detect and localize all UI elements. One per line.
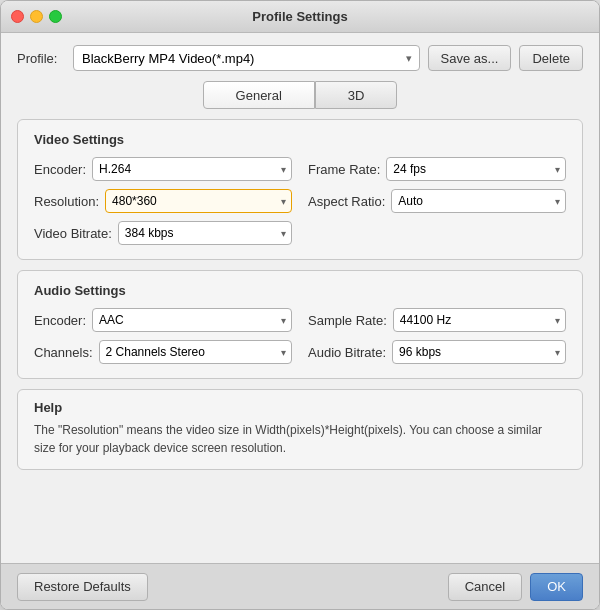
profile-select[interactable]: BlackBerry MP4 Video(*.mp4) iPhone MP4 V… — [73, 45, 420, 71]
channels-label: Channels: — [34, 345, 93, 360]
channels-field-row: Channels: 2 Channels Stereo 1 Channel Mo… — [34, 340, 292, 364]
profile-row: Profile: BlackBerry MP4 Video(*.mp4) iPh… — [17, 45, 583, 71]
frame-rate-select[interactable]: 24 fps 25 fps 30 fps 60 fps — [386, 157, 566, 181]
sample-rate-label: Sample Rate: — [308, 313, 387, 328]
sample-rate-select-wrapper: 44100 Hz 48000 Hz 22050 Hz — [393, 308, 566, 332]
channels-select[interactable]: 2 Channels Stereo 1 Channel Mono 5.1 Sur… — [99, 340, 292, 364]
audio-settings-section: Audio Settings Encoder: AAC MP3 OGG — [17, 270, 583, 379]
help-title: Help — [34, 400, 566, 415]
resolution-select-wrapper: 480*360 640*480 1280*720 1920*1080 — [105, 189, 292, 213]
maximize-button[interactable] — [49, 10, 62, 23]
video-fields-grid: Encoder: H.264 H.265 MPEG-4 Frame Rate: — [34, 157, 566, 245]
audio-bitrate-select[interactable]: 96 kbps 128 kbps 192 kbps — [392, 340, 566, 364]
encoder-label: Encoder: — [34, 162, 86, 177]
video-settings-title: Video Settings — [34, 132, 566, 147]
profile-settings-window: Profile Settings Profile: BlackBerry MP4… — [0, 0, 600, 610]
ok-button[interactable]: OK — [530, 573, 583, 601]
footer: Restore Defaults Cancel OK — [1, 563, 599, 609]
profile-select-wrapper: BlackBerry MP4 Video(*.mp4) iPhone MP4 V… — [73, 45, 420, 71]
encoder-field-row: Encoder: H.264 H.265 MPEG-4 — [34, 157, 292, 181]
aspect-ratio-field-row: Aspect Ratio: Auto 4:3 16:9 1:1 — [308, 189, 566, 213]
video-bitrate-select-wrapper: 384 kbps 512 kbps 768 kbps 1024 kbps — [118, 221, 292, 245]
video-settings-section: Video Settings Encoder: H.264 H.265 MPEG… — [17, 119, 583, 260]
audio-encoder-label: Encoder: — [34, 313, 86, 328]
restore-defaults-button[interactable]: Restore Defaults — [17, 573, 148, 601]
audio-encoder-select-wrapper: AAC MP3 OGG — [92, 308, 292, 332]
audio-encoder-field-row: Encoder: AAC MP3 OGG — [34, 308, 292, 332]
frame-rate-label: Frame Rate: — [308, 162, 380, 177]
encoder-select[interactable]: H.264 H.265 MPEG-4 — [92, 157, 292, 181]
aspect-ratio-select[interactable]: Auto 4:3 16:9 1:1 — [391, 189, 566, 213]
frame-rate-field-row: Frame Rate: 24 fps 25 fps 30 fps 60 fps — [308, 157, 566, 181]
frame-rate-select-wrapper: 24 fps 25 fps 30 fps 60 fps — [386, 157, 566, 181]
tab-general[interactable]: General — [203, 81, 315, 109]
channels-select-wrapper: 2 Channels Stereo 1 Channel Mono 5.1 Sur… — [99, 340, 292, 364]
audio-bitrate-field-row: Audio Bitrate: 96 kbps 128 kbps 192 kbps — [308, 340, 566, 364]
profile-label: Profile: — [17, 51, 65, 66]
resolution-field-row: Resolution: 480*360 640*480 1280*720 192… — [34, 189, 292, 213]
delete-button[interactable]: Delete — [519, 45, 583, 71]
audio-settings-title: Audio Settings — [34, 283, 566, 298]
video-bitrate-field-row: Video Bitrate: 384 kbps 512 kbps 768 kbp… — [34, 221, 292, 245]
help-text: The "Resolution" means the video size in… — [34, 421, 566, 457]
window-title: Profile Settings — [252, 9, 347, 24]
audio-fields-grid: Encoder: AAC MP3 OGG Sample Rate: — [34, 308, 566, 364]
main-content: Profile: BlackBerry MP4 Video(*.mp4) iPh… — [1, 33, 599, 563]
sample-rate-field-row: Sample Rate: 44100 Hz 48000 Hz 22050 Hz — [308, 308, 566, 332]
encoder-select-wrapper: H.264 H.265 MPEG-4 — [92, 157, 292, 181]
resolution-select[interactable]: 480*360 640*480 1280*720 1920*1080 — [105, 189, 292, 213]
tab-3d[interactable]: 3D — [315, 81, 398, 109]
minimize-button[interactable] — [30, 10, 43, 23]
footer-left: Restore Defaults — [17, 573, 148, 601]
title-bar: Profile Settings — [1, 1, 599, 33]
aspect-ratio-select-wrapper: Auto 4:3 16:9 1:1 — [391, 189, 566, 213]
close-button[interactable] — [11, 10, 24, 23]
audio-bitrate-label: Audio Bitrate: — [308, 345, 386, 360]
aspect-ratio-label: Aspect Ratio: — [308, 194, 385, 209]
resolution-label: Resolution: — [34, 194, 99, 209]
window-controls — [11, 10, 62, 23]
video-bitrate-select[interactable]: 384 kbps 512 kbps 768 kbps 1024 kbps — [118, 221, 292, 245]
video-bitrate-label: Video Bitrate: — [34, 226, 112, 241]
audio-encoder-select[interactable]: AAC MP3 OGG — [92, 308, 292, 332]
help-section: Help The "Resolution" means the video si… — [17, 389, 583, 470]
cancel-button[interactable]: Cancel — [448, 573, 522, 601]
sample-rate-select[interactable]: 44100 Hz 48000 Hz 22050 Hz — [393, 308, 566, 332]
audio-bitrate-select-wrapper: 96 kbps 128 kbps 192 kbps — [392, 340, 566, 364]
tabs-row: General 3D — [17, 81, 583, 109]
footer-right: Cancel OK — [448, 573, 583, 601]
save-as-button[interactable]: Save as... — [428, 45, 512, 71]
